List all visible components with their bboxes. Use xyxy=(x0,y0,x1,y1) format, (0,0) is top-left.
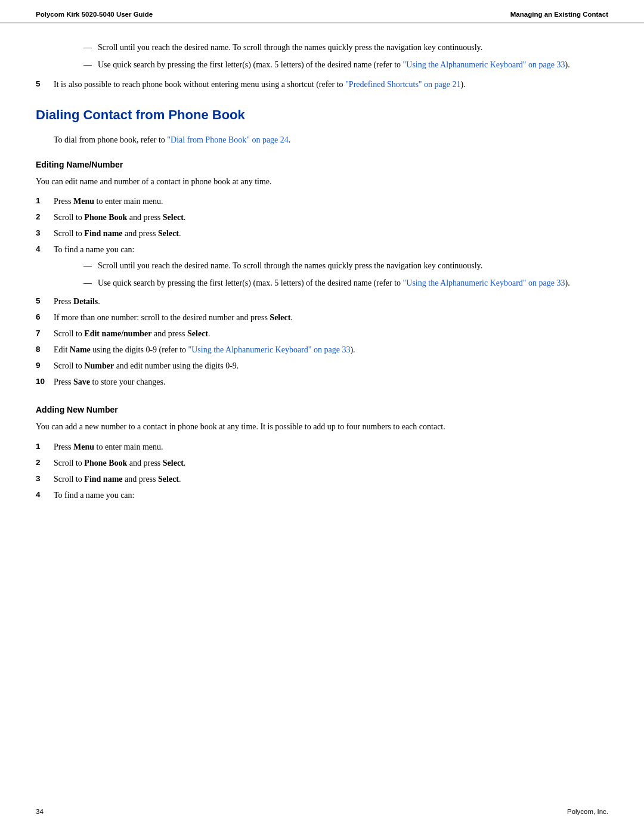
adding-step-1: 1 Press Menu to enter main menu. xyxy=(36,441,608,453)
step-5-text: It is also possible to reach phone book … xyxy=(54,78,608,91)
header-right: Managing an Existing Contact xyxy=(510,11,608,18)
page: Polycom Kirk 5020-5040 User Guide Managi… xyxy=(0,0,644,833)
alphanumeric-link-2[interactable]: "Using the Alphanumeric Keyboard" on pag… xyxy=(403,278,565,287)
step-num: 3 xyxy=(36,227,54,240)
adding-step-4-text: To find a name you can: xyxy=(54,489,608,501)
step-num: 4 xyxy=(36,243,54,256)
step-num: 7 xyxy=(36,327,54,340)
adding-step-1-text: Press Menu to enter main menu. xyxy=(54,441,608,453)
editing-step-2: 2 Scroll to Phone Book and press Select. xyxy=(36,211,608,224)
section-title: Dialing Contact from Phone Book xyxy=(36,107,608,123)
editing-step-8: 8 Edit Name using the digits 0-9 (refer … xyxy=(36,343,608,356)
editing-step-3: 3 Scroll to Find name and press Select. xyxy=(36,227,608,240)
editing-step-4-text: To find a name you can: xyxy=(54,243,608,256)
intro-bullet-2-text: Use quick search by pressing the first l… xyxy=(98,58,608,71)
editing-sub-bullets: — Scroll until you reach the desired nam… xyxy=(83,259,608,289)
step-num: 9 xyxy=(36,360,54,372)
editing-sub-bullet-2: — Use quick search by pressing the first… xyxy=(83,277,608,289)
step-5-item: 5 It is also possible to reach phone boo… xyxy=(36,78,608,91)
page-content: — Scroll until you reach the desired nam… xyxy=(0,23,644,541)
adding-intro: You can add a new number to a contact in… xyxy=(36,420,608,433)
adding-step-4: 4 To find a name you can: xyxy=(36,489,608,501)
section-intro: To dial from phone book, refer to "Dial … xyxy=(54,134,608,147)
step-num: 2 xyxy=(36,211,54,224)
step-5-num: 5 xyxy=(36,78,54,91)
header-left: Polycom Kirk 5020-5040 User Guide xyxy=(36,11,153,18)
editing-step-9-text: Scroll to Number and edit number using t… xyxy=(54,360,608,372)
editing-step-10: 10 Press Save to store your changes. xyxy=(36,376,608,388)
page-header: Polycom Kirk 5020-5040 User Guide Managi… xyxy=(0,0,644,23)
editing-step-2-text: Scroll to Phone Book and press Select. xyxy=(54,211,608,224)
intro-bullet-1-text: Scroll until you reach the desired name.… xyxy=(98,41,608,54)
editing-sub-bullet-2-text: Use quick search by pressing the first l… xyxy=(98,277,608,289)
step-num: 4 xyxy=(36,489,54,501)
adding-step-2-text: Scroll to Phone Book and press Select. xyxy=(54,457,608,469)
editing-step-3-text: Scroll to Find name and press Select. xyxy=(54,227,608,240)
step-num: 1 xyxy=(36,441,54,453)
footer-page-number: 34 xyxy=(36,808,44,815)
alphanumeric-link-3[interactable]: "Using the Alphanumeric Keyboard" on pag… xyxy=(188,345,351,354)
step-num: 6 xyxy=(36,311,54,324)
editing-step-6-text: If more than one number: scroll to the d… xyxy=(54,311,608,324)
dash-icon: — xyxy=(83,41,98,54)
editing-step-5-text: Press Details. xyxy=(54,295,608,308)
intro-bullet-1: — Scroll until you reach the desired nam… xyxy=(83,41,608,54)
step-num: 10 xyxy=(36,376,54,388)
adding-step-3: 3 Scroll to Find name and press Select. xyxy=(36,473,608,485)
step-num: 2 xyxy=(36,457,54,469)
step-num: 8 xyxy=(36,343,54,356)
alphanumeric-link-1[interactable]: "Using the Alphanumeric Keyboard" on pag… xyxy=(403,60,565,69)
editing-step-7-text: Scroll to Edit name/number and press Sel… xyxy=(54,327,608,340)
adding-step-2: 2 Scroll to Phone Book and press Select. xyxy=(36,457,608,469)
editing-step-7: 7 Scroll to Edit name/number and press S… xyxy=(36,327,608,340)
predefined-shortcuts-link[interactable]: "Predefined Shortcuts" on page 21 xyxy=(345,80,460,89)
intro-bullets: — Scroll until you reach the desired nam… xyxy=(83,41,608,71)
dash-icon: — xyxy=(83,259,98,272)
editing-heading: Editing Name/Number xyxy=(36,160,608,169)
editing-intro: You can edit name and number of a contac… xyxy=(36,175,608,188)
editing-step-10-text: Press Save to store your changes. xyxy=(54,376,608,388)
page-footer: 34 Polycom, Inc. xyxy=(0,808,644,815)
footer-company: Polycom, Inc. xyxy=(567,808,608,815)
step-num: 3 xyxy=(36,473,54,485)
adding-step-3-text: Scroll to Find name and press Select. xyxy=(54,473,608,485)
editing-step-5: 5 Press Details. xyxy=(36,295,608,308)
editing-step-9: 9 Scroll to Number and edit number using… xyxy=(36,360,608,372)
adding-heading: Adding New Number xyxy=(36,405,608,414)
intro-bullet-2: — Use quick search by pressing the first… xyxy=(83,58,608,71)
editing-step-4: 4 To find a name you can: xyxy=(36,243,608,256)
editing-step-6: 6 If more than one number: scroll to the… xyxy=(36,311,608,324)
editing-sub-bullet-1-text: Scroll until you reach the desired name.… xyxy=(98,259,608,272)
dash-icon: — xyxy=(83,58,98,71)
dial-phone-book-link[interactable]: "Dial from Phone Book" on page 24 xyxy=(167,135,289,144)
editing-step-1: 1 Press Menu to enter main menu. xyxy=(36,195,608,208)
step-num: 1 xyxy=(36,195,54,208)
dash-icon: — xyxy=(83,277,98,289)
editing-sub-bullet-1: — Scroll until you reach the desired nam… xyxy=(83,259,608,272)
step-num: 5 xyxy=(36,295,54,308)
editing-step-8-text: Edit Name using the digits 0-9 (refer to… xyxy=(54,343,608,356)
editing-step-1-text: Press Menu to enter main menu. xyxy=(54,195,608,208)
